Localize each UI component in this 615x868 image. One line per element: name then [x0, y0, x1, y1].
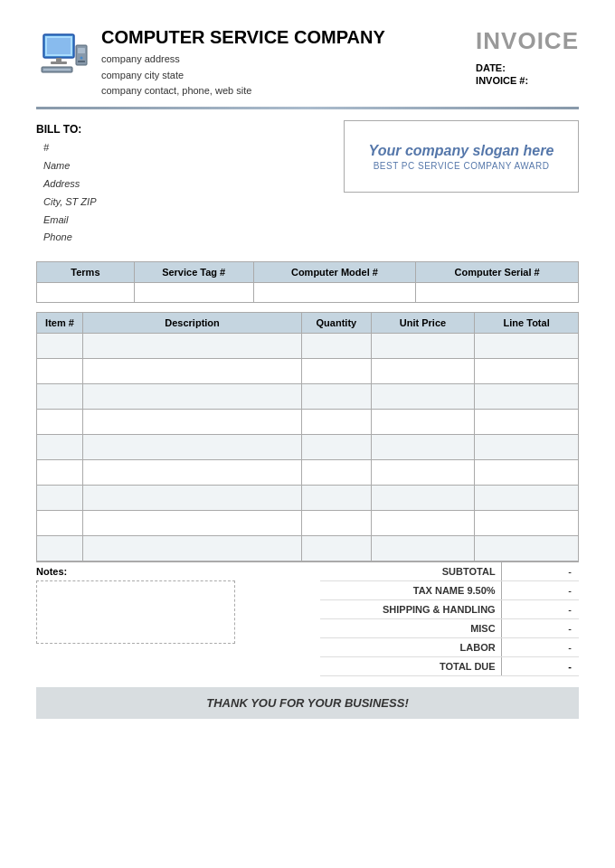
- table-cell: [302, 486, 371, 511]
- bill-to-label: BILL TO:: [36, 120, 96, 140]
- labor-label: LABOR: [320, 638, 501, 657]
- bill-to-block: BILL TO: # Name Address City, ST ZIP Ema…: [36, 120, 96, 247]
- slogan-box: Your company slogan here BEST PC SERVICE…: [344, 120, 579, 193]
- table-cell: [371, 435, 475, 460]
- misc-value: -: [501, 619, 579, 638]
- table-cell: [371, 384, 475, 410]
- items-header-row: Item # Description Quantity Unit Price L…: [37, 313, 579, 334]
- tax-name-text: TAX NAME: [413, 585, 465, 596]
- table-cell: [82, 410, 301, 435]
- table-cell: [82, 536, 301, 561]
- bill-city: City, ST ZIP: [43, 193, 96, 212]
- items-table: Item # Description Quantity Unit Price L…: [36, 312, 579, 561]
- table-cell: [37, 486, 83, 511]
- invoice-num-label: INVOICE #:: [476, 75, 528, 86]
- table-cell: [475, 435, 579, 460]
- svg-rect-10: [43, 69, 71, 71]
- computer-model-value: [253, 283, 416, 303]
- table-row: [37, 460, 579, 486]
- slogan-sub-text: BEST PC SERVICE COMPANY AWARD: [374, 161, 550, 171]
- table-row: [37, 486, 579, 511]
- table-cell: [371, 511, 475, 536]
- total-due-label: TOTAL DUE: [320, 657, 501, 676]
- tax-label: TAX NAME 9.50%: [320, 581, 501, 600]
- footer-text: THANK YOU FOR YOUR BUSINESS!: [206, 696, 408, 710]
- service-tag-col-header: Service Tag #: [134, 262, 253, 283]
- table-cell: [302, 334, 371, 359]
- invoice-num-row: INVOICE #:: [476, 75, 579, 86]
- table-cell: [302, 511, 371, 536]
- total-due-row: TOTAL DUE -: [320, 657, 579, 676]
- header-divider: [36, 107, 579, 109]
- svg-rect-2: [47, 38, 71, 54]
- table-cell: [37, 384, 83, 410]
- labor-value: -: [501, 638, 579, 657]
- bill-name: Name: [43, 157, 96, 175]
- table-cell: [37, 536, 83, 561]
- table-row: [37, 410, 579, 435]
- table-row: [37, 334, 579, 359]
- shipping-row: SHIPPING & HANDLING -: [320, 600, 579, 619]
- terms-data-row: [37, 283, 579, 303]
- table-cell: [37, 435, 83, 460]
- terms-value: [37, 283, 135, 303]
- items-tbody: [37, 334, 579, 561]
- table-cell: [302, 536, 371, 561]
- computer-model-col-header: Computer Model #: [253, 262, 416, 283]
- table-cell: [302, 460, 371, 486]
- table-cell: [82, 435, 301, 460]
- tax-value: -: [501, 581, 579, 600]
- tax-rate-text: 9.50%: [467, 585, 495, 596]
- bill-phone: Phone: [43, 229, 96, 247]
- address-line3: company contact, phone, web site: [101, 83, 385, 99]
- company-details: company address company city state compa…: [101, 52, 385, 99]
- description-col-header: Description: [82, 313, 301, 334]
- notes-box: [36, 580, 235, 644]
- bill-email: Email: [43, 212, 96, 230]
- table-cell: [371, 359, 475, 384]
- terms-col-header: Terms: [37, 262, 135, 283]
- bill-address: Address: [43, 175, 96, 193]
- computer-serial-col-header: Computer Serial #: [416, 262, 579, 283]
- table-cell: [475, 410, 579, 435]
- computer-serial-value: [416, 283, 579, 303]
- table-cell: [475, 460, 579, 486]
- table-cell: [82, 384, 301, 410]
- company-info: COMPUTER SERVICE COMPANY company address…: [36, 27, 385, 99]
- totals-table: SUBTOTAL - TAX NAME 9.50% - SHIPPING & H…: [320, 562, 579, 676]
- invoice-header: COMPUTER SERVICE COMPANY company address…: [36, 27, 579, 99]
- misc-label: MISC: [320, 619, 501, 638]
- thank-you-footer: THANK YOU FOR YOUR BUSINESS!: [36, 687, 579, 719]
- item-num-col-header: Item #: [37, 313, 83, 334]
- shipping-label: SHIPPING & HANDLING: [320, 600, 501, 619]
- bill-hash: #: [43, 139, 96, 157]
- address-line1: company address: [101, 52, 385, 68]
- subtotal-value: -: [501, 562, 579, 581]
- totals-section: Notes: SUBTOTAL - TAX NAME 9.50% - SHIPP…: [36, 561, 579, 676]
- date-invoice-block: DATE: INVOICE #:: [476, 62, 579, 86]
- table-cell: [475, 384, 579, 410]
- table-cell: [475, 511, 579, 536]
- line-total-col-header: Line Total: [475, 313, 579, 334]
- misc-row: MISC -: [320, 619, 579, 638]
- table-cell: [475, 486, 579, 511]
- total-due-value: -: [501, 657, 579, 676]
- company-text-block: COMPUTER SERVICE COMPANY company address…: [101, 27, 385, 99]
- unit-price-col-header: Unit Price: [371, 313, 475, 334]
- labor-row: LABOR -: [320, 638, 579, 657]
- bill-to-fields: # Name Address City, ST ZIP Email Phone: [36, 139, 96, 247]
- svg-rect-8: [78, 61, 85, 62]
- table-cell: [371, 536, 475, 561]
- svg-point-7: [80, 57, 83, 60]
- service-tag-value: [134, 283, 253, 303]
- table-cell: [37, 460, 83, 486]
- svg-rect-4: [51, 61, 67, 64]
- bill-slogan-section: BILL TO: # Name Address City, ST ZIP Ema…: [36, 120, 579, 247]
- company-name: COMPUTER SERVICE COMPANY: [101, 27, 385, 48]
- svg-rect-6: [78, 48, 85, 53]
- table-row: [37, 536, 579, 561]
- table-cell: [37, 410, 83, 435]
- table-cell: [37, 359, 83, 384]
- table-cell: [302, 435, 371, 460]
- subtotal-label: SUBTOTAL: [320, 562, 501, 581]
